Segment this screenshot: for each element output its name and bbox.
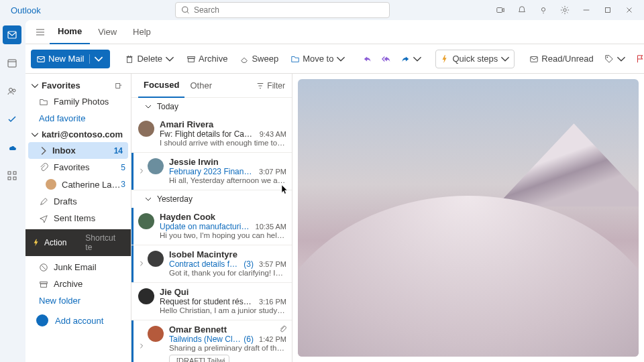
folder-icon bbox=[39, 97, 48, 107]
new-mail-button[interactable]: New Mail bbox=[31, 50, 110, 68]
draft-attachment-chip[interactable]: [DRAFT] Tailwi... bbox=[169, 355, 229, 362]
svg-point-5 bbox=[564, 9, 566, 11]
svg-rect-28 bbox=[189, 58, 195, 62]
reply-all-button[interactable] bbox=[379, 50, 394, 68]
window-maximize[interactable] bbox=[598, 1, 617, 19]
chevron-down-icon bbox=[31, 131, 39, 139]
message-item[interactable]: Omar Bennett Tailwinds (New Client) Cont… bbox=[131, 320, 292, 362]
rail-people[interactable] bbox=[3, 82, 21, 101]
notifications-icon[interactable] bbox=[513, 1, 531, 19]
expand-thread-icon[interactable] bbox=[137, 157, 146, 184]
folder-person-catherine[interactable]: Catherine Lanco...3 bbox=[25, 176, 131, 193]
tag-button[interactable] bbox=[602, 50, 629, 68]
title-bar: Outlook bbox=[0, 0, 644, 20]
folder-sent[interactable]: Sent Items bbox=[25, 210, 131, 227]
reply-button[interactable] bbox=[360, 50, 375, 68]
svg-point-3 bbox=[541, 8, 545, 11]
svg-point-0 bbox=[182, 7, 187, 12]
message-item[interactable]: Hayden Cook Update on manufacturing plan… bbox=[131, 208, 292, 245]
message-item[interactable]: Jessie Irwin February 2023 Financial Res… bbox=[131, 153, 292, 190]
avatar bbox=[138, 213, 154, 229]
avatar bbox=[138, 288, 154, 304]
favorites-header[interactable]: Favorites bbox=[25, 78, 131, 93]
rail-onedrive[interactable] bbox=[3, 138, 21, 157]
sweep-button[interactable]: Sweep bbox=[235, 50, 282, 68]
search-icon bbox=[181, 5, 190, 15]
message-item[interactable]: Isobel Macintyre Contract details for wo… bbox=[131, 245, 292, 283]
chevron-down-icon bbox=[31, 82, 39, 90]
expand-thread-icon[interactable] bbox=[137, 324, 146, 362]
read-unread-button[interactable]: Read/Unread bbox=[525, 50, 597, 68]
flag-button[interactable] bbox=[633, 50, 644, 68]
filter-button[interactable]: Filter bbox=[256, 81, 285, 90]
svg-line-1 bbox=[187, 11, 189, 13]
window-minimize[interactable] bbox=[577, 1, 596, 19]
settings-icon[interactable] bbox=[555, 1, 574, 19]
tabs-bar: Home View Help bbox=[25, 20, 644, 44]
svg-line-43 bbox=[42, 265, 46, 269]
rail-calendar[interactable] bbox=[3, 54, 21, 72]
svg-rect-11 bbox=[8, 60, 16, 67]
folder-archive[interactable]: Archive bbox=[25, 276, 131, 292]
tab-help[interactable]: Help bbox=[125, 20, 159, 44]
new-mail-dropdown[interactable] bbox=[89, 54, 107, 64]
archive-button[interactable]: Archive bbox=[182, 50, 231, 68]
app-brand: Outlook bbox=[11, 5, 41, 15]
tab-focused[interactable]: Focused bbox=[138, 74, 184, 98]
delete-button[interactable]: Delete bbox=[121, 50, 178, 68]
message-item[interactable]: Jie Qui Request for student résumé revie… bbox=[131, 283, 292, 320]
svg-rect-7 bbox=[606, 8, 610, 13]
chevron-down-icon bbox=[145, 103, 152, 110]
date-group-today[interactable]: Today bbox=[131, 98, 292, 115]
svg-point-30 bbox=[606, 56, 608, 58]
folder-favorites-sub[interactable]: Favorites5 bbox=[25, 159, 131, 176]
message-item[interactable]: Amari Rivera Fw: Flight details for Cath… bbox=[131, 115, 292, 153]
chevron-down-icon bbox=[145, 196, 152, 202]
svg-rect-23 bbox=[127, 57, 132, 62]
svg-rect-17 bbox=[8, 177, 11, 180]
folder-inbox[interactable]: Inbox14 bbox=[28, 142, 128, 159]
add-account-link[interactable]: Add account bbox=[25, 309, 131, 332]
attachment-icon bbox=[278, 324, 286, 333]
svg-point-13 bbox=[9, 88, 13, 92]
move-to-button[interactable]: Move to bbox=[286, 50, 350, 68]
svg-point-14 bbox=[13, 89, 15, 92]
rail-more-apps[interactable] bbox=[3, 166, 21, 185]
archive-icon bbox=[39, 280, 48, 289]
folder-drafts[interactable]: Drafts bbox=[25, 193, 131, 210]
tab-other[interactable]: Other bbox=[184, 74, 217, 98]
sent-icon bbox=[39, 214, 48, 223]
window-close[interactable] bbox=[620, 1, 639, 19]
search-box[interactable] bbox=[175, 2, 390, 18]
empty-state-image bbox=[298, 79, 639, 357]
date-group-yesterday[interactable]: Yesterday bbox=[131, 190, 292, 208]
avatar bbox=[148, 326, 164, 342]
account-header[interactable]: katri@contoso.com bbox=[25, 127, 131, 142]
tab-home[interactable]: Home bbox=[50, 20, 90, 44]
svg-rect-15 bbox=[8, 172, 11, 174]
rail-todo[interactable] bbox=[3, 110, 21, 129]
message-list: Focused Other Filter Today Amari Rivera … bbox=[131, 74, 292, 362]
svg-rect-18 bbox=[13, 177, 16, 180]
add-favorite-link[interactable]: Add favorite bbox=[25, 110, 131, 127]
pin-pane-icon[interactable] bbox=[115, 82, 125, 90]
avatar bbox=[138, 121, 154, 137]
search-container bbox=[175, 2, 390, 18]
tips-icon[interactable] bbox=[534, 1, 553, 19]
folder-junk[interactable]: Junk Email bbox=[25, 259, 131, 276]
forward-button[interactable] bbox=[398, 50, 425, 68]
attachment-icon bbox=[39, 163, 48, 172]
folder-pane: Favorites Family Photos Add favorite kat… bbox=[25, 74, 131, 362]
action-toast[interactable]: Action Shortcut te bbox=[25, 229, 131, 256]
search-input[interactable] bbox=[194, 5, 384, 15]
expand-thread-icon[interactable] bbox=[137, 249, 146, 277]
new-folder-link[interactable]: New folder bbox=[25, 292, 131, 309]
svg-rect-41 bbox=[116, 83, 120, 88]
folder-family-photos[interactable]: Family Photos bbox=[25, 93, 131, 110]
hamburger-button[interactable] bbox=[31, 27, 50, 38]
junk-icon bbox=[39, 263, 48, 272]
tab-view[interactable]: View bbox=[90, 20, 125, 44]
quick-steps-button[interactable]: Quick steps bbox=[435, 50, 515, 68]
meet-now-icon[interactable] bbox=[491, 1, 510, 19]
rail-mail[interactable] bbox=[3, 25, 21, 44]
